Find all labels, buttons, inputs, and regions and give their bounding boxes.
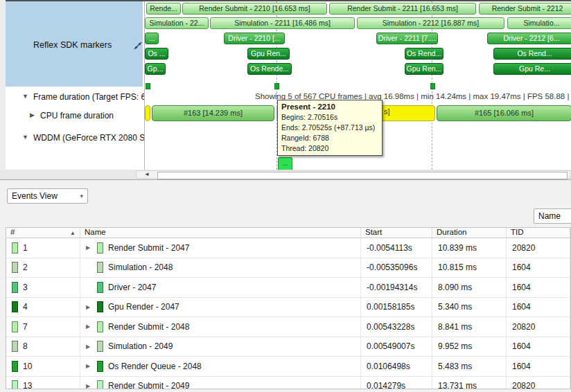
timeline-bar[interactable]: ... [145,33,159,44]
event-number: 1 [23,243,28,253]
timeline-bar[interactable]: Simulation - 22... [145,17,209,29]
hscrollbar-track[interactable]: ◄ [136,170,571,179]
cell-start: -0.00194314s [361,278,432,297]
cell-tid: 20820 [507,377,570,390]
table-row[interactable]: 10▶Os Render Queue - 20480.0106498s5.483… [6,357,570,377]
row-expander-icon[interactable]: ▶ [86,363,97,369]
cell-num: 7 [6,317,80,337]
row-expander-icon[interactable]: ▶ [86,344,97,350]
event-name: Simulation - 2048 [108,262,173,272]
cell-name: ▶Render Submit - 2047 [80,238,361,258]
tree-item-label: Frame duration (Target FPS: 60 [33,92,150,102]
frame-tick [430,83,435,89]
cell-start: 0.00543228s [361,317,432,337]
row-expander-icon[interactable]: ▶ [86,383,97,389]
cpu-frame-bar[interactable] [145,105,150,121]
table-row[interactable]: 7▶Render Submit - 20480.00543228s8.841 m… [6,317,570,337]
column-header-tid[interactable]: TID [507,228,570,238]
timeline-bar[interactable]: Simulation - 2212 [16.887 ms] [357,17,504,29]
timeline-bar[interactable]: Gpu Ren... [405,63,443,75]
row-expander-icon[interactable]: ▶ [86,304,97,310]
name-filter-label: Name [538,211,561,221]
name-filter-box[interactable]: Name [534,208,571,224]
tree-item-frame-duration[interactable]: ▼ Frame duration (Target FPS: 60 [6,92,143,103]
timeline-bar[interactable]: Simulatio... [507,17,571,29]
column-header-duration[interactable]: Duration [432,228,507,238]
hscrollbar-thumb[interactable] [157,172,568,179]
timeline-bar[interactable]: Driver - 2211 [7.... [376,33,438,44]
events-view-label: Events View [12,191,58,201]
cell-duration: 13.731 ms [432,377,507,390]
cell-num: 3 [6,278,80,297]
event-name: Os Render Queue - 2048 [108,362,202,371]
event-color-swatch [97,380,103,389]
tooltip-thread: Thread: 20820 [281,143,378,154]
timeline-bar[interactable]: Render Submit - 2210 [16.653 ms] [182,3,327,15]
cell-name: ▶Gpu Render - 2047 [80,298,361,317]
tooltip-rangeid: RangeId: 6788 [281,133,378,143]
cell-duration: 9.952 ms [432,337,507,357]
timeline-bar[interactable]: Render Submit - 2211 [16.653 ms] [329,3,476,15]
cell-num: 10 [6,357,80,376]
event-name: Gpu Render - 2047 [108,302,179,312]
tree-expanded-icon[interactable]: ▼ [22,134,28,141]
pinned-row-label: Reflex SDK markers [33,40,112,50]
timeline-bar[interactable]: Gp... [145,63,166,75]
timeline-bar[interactable]: Os ... [145,48,168,60]
timeline-row-tree: ▼ Frame duration (Target FPS: 60 ▶ CPU f… [6,87,143,170]
row-expander-icon[interactable]: ▶ [86,323,97,330]
scroll-left-arrow-icon[interactable]: ◄ [139,171,155,178]
event-number: 13 [23,381,32,389]
timeline-bar[interactable]: Render Submit - 2212 [479,3,571,15]
timeline-bar[interactable]: Gpu Re... [493,63,571,75]
timeline-bar[interactable]: Driver - 2210 [... [224,33,285,44]
cell-num: 8 [6,337,80,357]
cell-duration: 5.483 ms [432,357,507,376]
cell-duration: 10.815 ms [432,258,507,278]
event-color-swatch [12,301,18,312]
table-row[interactable]: 4▶Gpu Render - 20470.00158185s5.340 ms16… [6,298,570,318]
pin-icon[interactable] [133,41,143,51]
event-color-swatch [97,242,103,253]
column-header-num[interactable]: # ▲ [6,228,80,238]
timeline-bar[interactable]: Os Rend... [405,48,443,60]
cpu-frame-bar[interactable]: #165 [16.066 ms] [437,105,571,121]
table-row[interactable]: 8▶Simulation - 20490.00549007s9.952 ms16… [6,337,570,357]
timeline-bar[interactable]: Gpu Ren... [247,48,290,60]
cell-name: ▶Simulation - 2049 [80,337,361,357]
cpu-frame-bar[interactable]: #163 [14.239 ms] [152,105,274,121]
tree-collapsed-icon[interactable]: ▶ [30,112,35,118]
event-color-swatch [12,262,18,273]
cell-start: -0.0054113s [361,238,432,258]
cell-duration: 10.839 ms [432,238,507,258]
timeline-canvas[interactable]: Showing 5 of 567 CPU frames | avg 16.98m… [144,1,571,170]
timeline-bar[interactable]: Driver - 2212 [6... [487,33,571,44]
timeline-bar[interactable]: Simulation - 2211 [16.486 ms] [210,17,355,29]
event-name: Render Submit - 2049 [108,381,189,389]
events-view-dropdown[interactable]: Events View ▾ [7,188,88,204]
cell-duration: 8.090 ms [432,278,507,297]
event-color-swatch [97,361,103,372]
events-pane: Events View ▾ Name # ▲ Name Start Durati… [0,179,571,392]
cell-tid: 1604 [507,357,570,376]
pinned-row-header[interactable]: Reflex SDK markers [6,1,143,87]
cell-name: ▶Os Render Queue - 2048 [80,357,361,376]
table-row[interactable]: 3Driver - 2047-0.00194314s8.090 ms1604 [6,278,570,298]
event-tooltip: Present - 2210 Begins: 2.70516s Ends: 2.… [277,100,383,156]
timeline-bar[interactable]: Rende... [146,3,181,15]
table-row[interactable]: 2Simulation - 2048-0.00535096s10.815 ms1… [6,258,570,278]
table-row[interactable]: 13▶Render Submit - 20490.014279s13.731 m… [6,377,570,390]
timeline-bar[interactable]: Os Rende... [247,63,292,75]
tree-item-wddm[interactable]: ▼ WDDM (GeForce RTX 2080 SUP [6,133,143,144]
tree-expanded-icon[interactable]: ▼ [22,93,28,100]
tree-item-cpu-frame-duration[interactable]: ▶ CPU frame duration [6,111,143,122]
column-header-name[interactable]: Name [80,228,361,238]
wddm-event-marker[interactable]: ... [278,157,292,170]
tree-item-label: WDDM (GeForce RTX 2080 SUP [33,133,157,143]
event-number: 3 [23,283,28,292]
column-header-start[interactable]: Start [361,228,432,238]
table-row[interactable]: 1▶Render Submit - 2047-0.0054113s10.839 … [6,238,570,258]
row-expander-icon[interactable]: ▶ [86,244,97,251]
cell-duration: 5.340 ms [432,298,507,317]
timeline-bar[interactable]: Os Rend... [493,48,571,60]
